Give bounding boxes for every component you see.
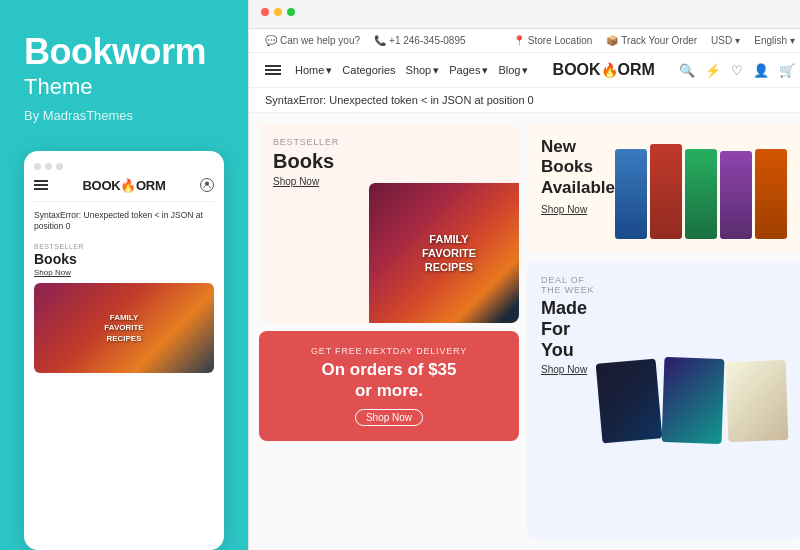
search-icon[interactable]: 🔍: [679, 63, 695, 78]
deal-label: DEAL OF THE WEEK: [541, 275, 599, 295]
nav-links: Home ▾ Categories Shop ▾ Pages ▾ Blog ▾: [295, 64, 528, 77]
brand-title: Bookworm: [24, 32, 224, 72]
deal-card: DEAL OF THE WEEK Made For You Shop Now: [527, 261, 800, 540]
new-books-shop-now[interactable]: Shop Now: [541, 204, 615, 215]
bestseller-card: BESTSELLER Books Shop Now FAMILYFAVORITE…: [259, 123, 519, 323]
bestseller-label: BESTSELLER: [273, 137, 505, 147]
brand-subtitle: Theme: [24, 74, 224, 100]
dot-3: [56, 163, 63, 170]
book-cover-2: [650, 144, 682, 239]
content-grid: BESTSELLER Books Shop Now FAMILYFAVORITE…: [249, 113, 800, 550]
browser-dot-maximize[interactable]: [287, 8, 295, 16]
book-cover-5: [755, 149, 787, 239]
book-cover-3: [685, 149, 717, 239]
dot-2: [45, 163, 52, 170]
topbar-language[interactable]: English ▾: [754, 35, 795, 46]
store-content: BESTSELLER Books Shop Now FAMILYFAVORITE…: [249, 113, 800, 550]
bestseller-title: Books: [273, 150, 505, 173]
new-books-title: New BooksAvailable: [541, 137, 615, 198]
topbar-phone[interactable]: 📞 +1 246-345-0895: [374, 35, 465, 46]
deal-book-3: [726, 359, 789, 441]
topbar-currency[interactable]: USD ▾: [711, 35, 740, 46]
topbar-left: 💬 Can we help you? 📞 +1 246-345-0895: [265, 35, 466, 46]
cart-icon[interactable]: 🛒: [779, 63, 795, 78]
dot-1: [34, 163, 41, 170]
left-panel: Bookworm Theme By MadrasThemes BOOK🔥ORM …: [0, 0, 248, 550]
mobile-preview-card: BOOK🔥ORM SyntaxError: Unexpected token <…: [24, 151, 224, 550]
nav-home[interactable]: Home ▾: [295, 64, 332, 77]
track-icon: 📦: [606, 35, 618, 46]
mobile-user-icon[interactable]: [200, 178, 214, 192]
mobile-hamburger-icon[interactable]: [34, 180, 48, 190]
mobile-logo: BOOK🔥ORM: [83, 178, 166, 193]
topbar-chat[interactable]: 💬 Can we help you?: [265, 35, 360, 46]
deal-shop-now[interactable]: Shop Now: [541, 364, 599, 375]
topbar-right: 📍 Store Location 📦 Track Your Order USD …: [513, 35, 795, 46]
book-cover-4: [720, 151, 752, 239]
nav-categories[interactable]: Categories: [342, 64, 395, 76]
topbar-track[interactable]: 📦 Track Your Order: [606, 35, 697, 46]
delivery-shop-now[interactable]: Shop Now: [355, 409, 423, 426]
store-navbar: Home ▾ Categories Shop ▾ Pages ▾ Blog ▾ …: [249, 53, 800, 88]
nav-pages[interactable]: Pages ▾: [449, 64, 488, 77]
hamburger-icon[interactable]: [265, 65, 281, 75]
chevron-down-icon: ▾: [735, 35, 740, 46]
browser-chrome: [249, 0, 800, 29]
deal-title: Made For You: [541, 298, 599, 361]
mobile-logo-fire: 🔥: [120, 178, 136, 193]
nav-blog[interactable]: Blog ▾: [498, 64, 528, 77]
delivery-tag: GET FREE NEXTDAY DELIVERY: [311, 346, 467, 356]
mobile-bestseller-label: BESTSELLER: [34, 243, 214, 250]
deal-text: DEAL OF THE WEEK Made For You Shop Now: [541, 275, 599, 526]
mobile-window-dots: [34, 163, 214, 170]
deal-books: [599, 275, 787, 526]
delivery-card: GET FREE NEXTDAY DELIVERY On orders of $…: [259, 331, 519, 441]
deal-book-2: [662, 357, 725, 444]
nav-shop[interactable]: Shop ▾: [406, 64, 440, 77]
new-books-covers: [615, 137, 787, 239]
store-logo-fire-icon: 🔥: [601, 62, 618, 78]
brand-by: By MadrasThemes: [24, 108, 224, 123]
phone-icon: 📞: [374, 35, 386, 46]
new-books-text: New BooksAvailable Shop Now: [541, 137, 615, 239]
filter-icon[interactable]: ⚡: [705, 63, 721, 78]
browser-window-dots: [261, 8, 799, 16]
book-text: FAMILYFAVORITERECIPES: [422, 232, 476, 275]
book-illustration: FAMILYFAVORITERECIPES: [369, 183, 519, 323]
browser-dot-minimize[interactable]: [274, 8, 282, 16]
book-cover-1: [615, 149, 647, 239]
browser-window: 💬 Can we help you? 📞 +1 246-345-0895 📍 S…: [248, 0, 800, 550]
topbar-location[interactable]: 📍 Store Location: [513, 35, 593, 46]
new-books-card: New BooksAvailable Shop Now: [527, 123, 800, 253]
mobile-header: BOOK🔥ORM: [34, 178, 214, 202]
language-chevron-icon: ▾: [790, 35, 795, 46]
deal-book-1: [596, 358, 663, 443]
mobile-shop-now[interactable]: Shop Now: [34, 268, 214, 277]
mobile-error-text: SyntaxError: Unexpected token < in JSON …: [34, 210, 214, 234]
delivery-main-text: On orders of $35or more.: [321, 360, 456, 401]
error-bar: SyntaxError: Unexpected token < in JSON …: [249, 88, 800, 113]
location-icon: 📍: [513, 35, 525, 46]
mobile-book-image: FAMILYFAVORITERECIPES: [34, 283, 214, 373]
chat-icon: 💬: [265, 35, 277, 46]
content-left-column: BESTSELLER Books Shop Now FAMILYFAVORITE…: [259, 123, 519, 540]
wishlist-icon[interactable]: ♡: [731, 63, 743, 78]
store-topbar: 💬 Can we help you? 📞 +1 246-345-0895 📍 S…: [249, 29, 800, 53]
store-logo: BOOK🔥ORM: [553, 61, 655, 79]
browser-dot-close[interactable]: [261, 8, 269, 16]
content-right-column: New BooksAvailable Shop Now DEAL OF THE: [527, 123, 800, 540]
mobile-book-text: FAMILYFAVORITERECIPES: [104, 313, 143, 344]
mobile-book-title: Books: [34, 251, 214, 267]
navbar-left: Home ▾ Categories Shop ▾ Pages ▾ Blog ▾: [265, 64, 528, 77]
account-icon[interactable]: 👤: [753, 63, 769, 78]
book-stack-image: FAMILYFAVORITERECIPES: [369, 183, 519, 323]
navbar-icons: 🔍 ⚡ ♡ 👤 🛒: [679, 63, 795, 78]
